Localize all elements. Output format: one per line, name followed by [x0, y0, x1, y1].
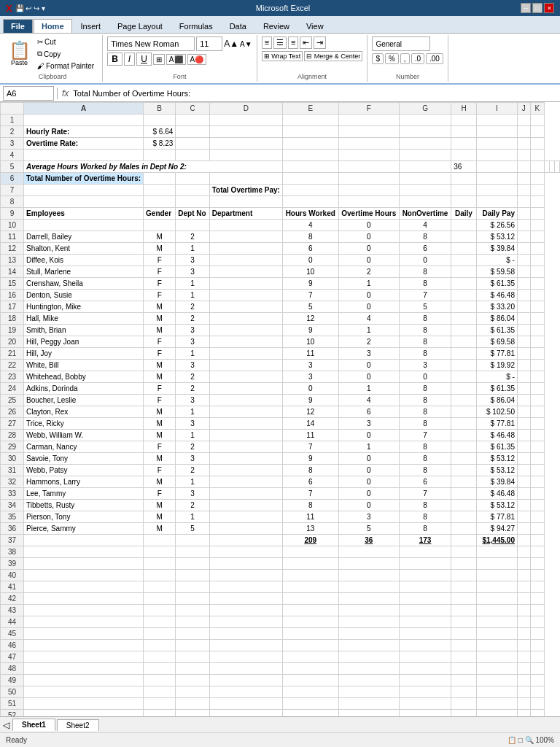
- table-cell[interactable]: [476, 675, 517, 686]
- table-cell[interactable]: [176, 686, 209, 698]
- table-cell[interactable]: [209, 371, 282, 383]
- table-cell[interactable]: [209, 395, 282, 406]
- table-cell[interactable]: Savoie, Tony: [24, 453, 144, 465]
- table-cell[interactable]: 3: [176, 488, 209, 500]
- table-cell[interactable]: 3: [338, 418, 399, 430]
- table-cell[interactable]: $ 39.84: [476, 476, 517, 488]
- table-cell[interactable]: [176, 616, 209, 628]
- table-cell[interactable]: [451, 581, 477, 593]
- table-cell[interactable]: M: [144, 301, 176, 313]
- row-header-8[interactable]: 8: [1, 196, 24, 208]
- row-header-20[interactable]: 20: [1, 336, 24, 348]
- table-cell[interactable]: 1: [176, 511, 209, 523]
- table-cell[interactable]: 5: [282, 301, 338, 313]
- table-cell[interactable]: [530, 220, 544, 231]
- table-cell[interactable]: [209, 336, 282, 348]
- table-cell[interactable]: [517, 371, 530, 383]
- table-cell[interactable]: [476, 185, 517, 196]
- table-cell[interactable]: [530, 535, 544, 546]
- table-cell[interactable]: [144, 628, 176, 640]
- table-cell[interactable]: [209, 710, 282, 717]
- table-cell[interactable]: [451, 325, 477, 336]
- table-cell[interactable]: [530, 208, 544, 220]
- table-cell[interactable]: [451, 243, 477, 255]
- table-cell[interactable]: [517, 208, 530, 220]
- table-cell[interactable]: [24, 220, 144, 231]
- table-cell[interactable]: 1: [176, 278, 209, 290]
- table-cell[interactable]: [24, 640, 144, 651]
- row-header-23[interactable]: 23: [1, 371, 24, 383]
- table-cell[interactable]: 173: [399, 535, 451, 546]
- table-cell[interactable]: Whitehead, Bobby: [24, 371, 144, 383]
- percent-button[interactable]: %: [385, 53, 399, 64]
- table-cell[interactable]: [451, 651, 477, 663]
- table-cell[interactable]: Huntington, Mike: [24, 301, 144, 313]
- table-cell[interactable]: 3: [176, 255, 209, 266]
- table-cell[interactable]: [282, 115, 338, 126]
- table-cell[interactable]: [530, 290, 544, 301]
- table-cell[interactable]: [399, 628, 451, 640]
- table-cell[interactable]: [517, 243, 530, 255]
- table-cell[interactable]: [282, 150, 338, 161]
- table-cell[interactable]: [338, 593, 399, 605]
- table-cell[interactable]: [176, 710, 209, 717]
- table-cell[interactable]: [517, 336, 530, 348]
- table-cell[interactable]: 8: [399, 418, 451, 430]
- table-cell[interactable]: F: [144, 255, 176, 266]
- table-cell[interactable]: [282, 558, 338, 570]
- table-cell[interactable]: [338, 640, 399, 651]
- table-cell[interactable]: [476, 628, 517, 640]
- row-header-19[interactable]: 19: [1, 325, 24, 336]
- table-cell[interactable]: 8: [399, 406, 451, 418]
- table-cell[interactable]: [399, 126, 451, 138]
- table-cell[interactable]: [530, 231, 544, 243]
- table-cell[interactable]: [530, 150, 544, 161]
- table-cell[interactable]: [451, 301, 477, 313]
- row-header-1[interactable]: 1: [1, 115, 24, 126]
- table-cell[interactable]: [282, 185, 338, 196]
- row-header-5[interactable]: 5: [1, 161, 24, 173]
- spreadsheet-area[interactable]: A B C D E F G H I J K 12Hourly Rate:$ 6.…: [0, 102, 560, 716]
- table-cell[interactable]: [517, 301, 530, 313]
- table-cell[interactable]: F: [144, 278, 176, 290]
- table-cell[interactable]: [144, 651, 176, 663]
- table-cell[interactable]: [176, 535, 209, 546]
- table-cell[interactable]: Hammons, Larry: [24, 476, 144, 488]
- table-cell[interactable]: [517, 511, 530, 523]
- table-cell[interactable]: [209, 325, 282, 336]
- table-cell[interactable]: 7: [282, 441, 338, 453]
- table-cell[interactable]: Pierce, Sammy: [24, 523, 144, 535]
- indent-decrease-icon[interactable]: ⇤: [300, 36, 312, 49]
- table-cell[interactable]: [451, 290, 477, 301]
- table-cell[interactable]: [476, 710, 517, 717]
- tab-formulas[interactable]: Formulas: [171, 19, 221, 33]
- table-cell[interactable]: [451, 570, 477, 581]
- row-header-21[interactable]: 21: [1, 348, 24, 360]
- table-cell[interactable]: $ 102.50: [476, 406, 517, 418]
- table-cell[interactable]: 9: [282, 325, 338, 336]
- table-cell[interactable]: Total Number of Overtime Hours:: [24, 173, 144, 185]
- table-cell[interactable]: [451, 616, 477, 628]
- table-cell[interactable]: [530, 138, 544, 150]
- table-cell[interactable]: Pierson, Tony: [24, 511, 144, 523]
- table-cell[interactable]: 8: [399, 511, 451, 523]
- table-cell[interactable]: $ 19.92: [476, 360, 517, 371]
- table-cell[interactable]: 4: [338, 313, 399, 325]
- table-cell[interactable]: [517, 255, 530, 266]
- table-cell[interactable]: 10: [282, 266, 338, 278]
- table-cell[interactable]: [451, 418, 477, 430]
- row-header-28[interactable]: 28: [1, 430, 24, 441]
- table-cell[interactable]: [176, 640, 209, 651]
- table-cell[interactable]: [209, 115, 282, 126]
- table-cell[interactable]: 4: [282, 220, 338, 231]
- table-cell[interactable]: 8: [399, 313, 451, 325]
- table-cell[interactable]: [144, 150, 176, 161]
- table-cell[interactable]: [24, 616, 144, 628]
- table-cell[interactable]: [530, 570, 544, 581]
- table-cell[interactable]: [209, 675, 282, 686]
- table-cell[interactable]: 7: [282, 488, 338, 500]
- table-cell[interactable]: M: [144, 500, 176, 511]
- table-cell[interactable]: $ 61.35: [476, 278, 517, 290]
- table-cell[interactable]: [282, 710, 338, 717]
- table-cell[interactable]: M: [144, 418, 176, 430]
